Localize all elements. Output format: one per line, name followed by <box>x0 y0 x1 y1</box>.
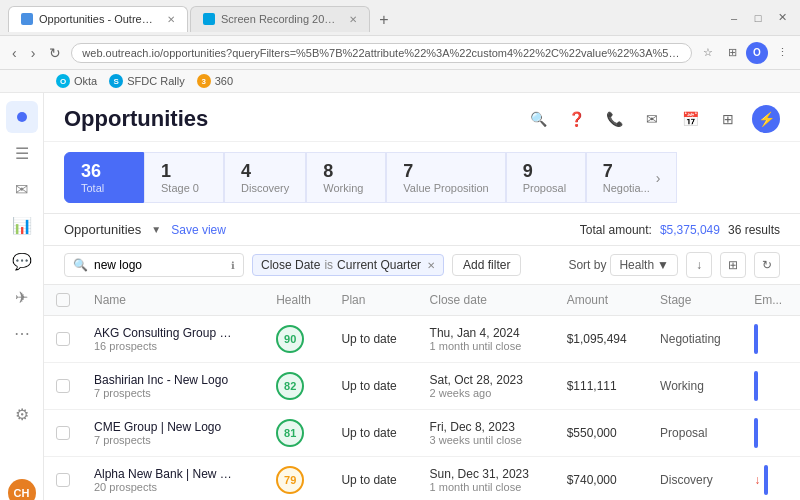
sidebar-chat[interactable]: 💬 <box>6 245 38 277</box>
row3-name-cell: CME Group | New Logo 7 prospects <box>82 410 264 457</box>
table-row: CME Group | New Logo 7 prospects 81 Up t… <box>44 410 800 457</box>
col-amount: Amount <box>555 285 648 316</box>
row3-em-cell <box>742 410 800 457</box>
settings-icon[interactable]: ⋮ <box>772 43 792 63</box>
row2-date-main: Sat, Oct 28, 2023 <box>430 373 543 387</box>
table-row: AKG Consulting Group | ... 16 prospects … <box>44 316 800 363</box>
row1-stage-cell: Negotiating <box>648 316 742 363</box>
row2-name[interactable]: Bashirian Inc - New Logo <box>94 373 234 387</box>
sidebar-mail[interactable]: ✉ <box>6 173 38 205</box>
browser-chrome: Opportunities - Outreach ✕ Screen Record… <box>0 0 800 70</box>
tab-opportunities[interactable]: Opportunities - Outreach ✕ <box>8 6 188 32</box>
back-button[interactable]: ‹ <box>8 43 21 63</box>
stage-total[interactable]: 36 Total <box>64 152 144 203</box>
row3-name[interactable]: CME Group | New Logo <box>94 420 234 434</box>
search-clear-icon[interactable]: ℹ <box>231 260 235 271</box>
forward-button[interactable]: › <box>27 43 40 63</box>
stage-total-count: 36 <box>81 161 127 182</box>
phone-icon[interactable]: 📞 <box>600 105 628 133</box>
sidebar-home[interactable] <box>6 101 38 133</box>
search-input[interactable] <box>94 258 225 272</box>
select-all-checkbox[interactable] <box>56 293 70 307</box>
view-toggle-button[interactable]: ⊞ <box>720 252 746 278</box>
row2-amount-cell: $111,111 <box>555 363 648 410</box>
sort-label: Sort by <box>568 258 606 272</box>
sort-select[interactable]: Health ▼ <box>610 254 678 276</box>
help-icon[interactable]: ❓ <box>562 105 590 133</box>
row2-stage-cell: Working <box>648 363 742 410</box>
reload-button[interactable]: ↻ <box>45 43 65 63</box>
stage-proposal[interactable]: 9 Proposal <box>506 152 586 203</box>
stage-0-label: Stage 0 <box>161 182 207 194</box>
row1-health-cell: 90 <box>264 316 329 363</box>
maximize-button[interactable]: □ <box>748 8 768 28</box>
row4-name[interactable]: Alpha New Bank | New L... <box>94 467 234 481</box>
tab-close-1[interactable]: ✕ <box>167 14 175 25</box>
row2-stage: Working <box>660 379 704 393</box>
save-view-button[interactable]: Save view <box>171 223 226 237</box>
close-button[interactable]: ✕ <box>772 8 792 28</box>
bolt-icon[interactable]: ⚡ <box>752 105 780 133</box>
sidebar-more[interactable]: ⋯ <box>6 317 38 349</box>
bookmark-sfdc[interactable]: S SFDC Rally <box>109 74 184 88</box>
chip-close-button[interactable]: ✕ <box>427 260 435 271</box>
sort-direction-button[interactable]: ↓ <box>686 252 712 278</box>
sidebar-chart[interactable]: 📊 <box>6 209 38 241</box>
sidebar-avatar[interactable]: CH <box>8 479 36 500</box>
row2-bar <box>754 371 758 401</box>
toolbar-left: Opportunities ▼ Save view <box>64 222 226 237</box>
dropdown-icon[interactable]: ▼ <box>151 224 161 235</box>
address-bar[interactable]: web.outreach.io/opportunities?queryFilte… <box>71 43 692 63</box>
sidebar-settings[interactable]: ⚙ <box>6 398 38 430</box>
tabs-container: Opportunities - Outreach ✕ Screen Record… <box>8 4 396 32</box>
row3-checkbox-cell <box>44 410 82 457</box>
add-filter-button[interactable]: Add filter <box>452 254 521 276</box>
tab-close-2[interactable]: ✕ <box>349 14 357 25</box>
stage-discovery-label: Discovery <box>241 182 289 194</box>
stage-vp-count: 7 <box>403 161 488 182</box>
bookmark-icon[interactable]: ☆ <box>698 43 718 63</box>
row4-date-main: Sun, Dec 31, 2023 <box>430 467 543 481</box>
row1-date-sub: 1 month until close <box>430 340 543 352</box>
row1-name-cell: AKG Consulting Group | ... 16 prospects <box>82 316 264 363</box>
extensions-icon[interactable]: ⊞ <box>722 43 742 63</box>
row4-stage-cell: Discovery <box>648 457 742 501</box>
search-icon[interactable]: 🔍 <box>524 105 552 133</box>
calendar-icon[interactable]: 📅 <box>676 105 704 133</box>
stage-pills: 36 Total 1 Stage 0 4 Discovery 8 Working… <box>44 142 800 214</box>
stage-value-prop[interactable]: 7 Value Proposition <box>386 152 505 203</box>
row4-down-arrow-icon: ↓ <box>754 473 760 487</box>
refresh-button[interactable]: ↻ <box>754 252 780 278</box>
scroll-right-icon[interactable]: › <box>656 170 661 186</box>
row3-health-cell: 81 <box>264 410 329 457</box>
bookmark-okta[interactable]: O Okta <box>56 74 97 88</box>
bookmark-sfdc-label: SFDC Rally <box>127 75 184 87</box>
profile-icon[interactable]: O <box>746 42 768 64</box>
row4-checkbox[interactable] <box>56 473 70 487</box>
stage-negotiating[interactable]: 7 Negotia... › <box>586 152 678 203</box>
row4-bar <box>764 465 768 495</box>
row1-name[interactable]: AKG Consulting Group | ... <box>94 326 234 340</box>
row3-prospects: 7 prospects <box>94 434 252 446</box>
stage-discovery[interactable]: 4 Discovery <box>224 152 306 203</box>
row2-checkbox[interactable] <box>56 379 70 393</box>
chip-operator: is <box>324 258 333 272</box>
row3-checkbox[interactable] <box>56 426 70 440</box>
minimize-button[interactable]: – <box>724 8 744 28</box>
stage-proposal-count: 9 <box>523 161 569 182</box>
row1-checkbox[interactable] <box>56 332 70 346</box>
grid-icon[interactable]: ⊞ <box>714 105 742 133</box>
row3-date-main: Fri, Dec 8, 2023 <box>430 420 543 434</box>
results-count: 36 results <box>728 223 780 237</box>
bookmark-360[interactable]: 3 360 <box>197 74 233 88</box>
email-icon[interactable]: ✉ <box>638 105 666 133</box>
toolbar: Opportunities ▼ Save view Total amount: … <box>44 214 800 246</box>
tab-screen-recording[interactable]: Screen Recording 2023-11-1... ✕ <box>190 6 370 32</box>
stage-stage0[interactable]: 1 Stage 0 <box>144 152 224 203</box>
stage-working[interactable]: 8 Working <box>306 152 386 203</box>
row4-date-sub: 1 month until close <box>430 481 543 493</box>
new-tab-button[interactable]: + <box>372 8 396 32</box>
sidebar-send[interactable]: ✈ <box>6 281 38 313</box>
tab-bar: Opportunities - Outreach ✕ Screen Record… <box>0 0 800 36</box>
sidebar-list[interactable]: ☰ <box>6 137 38 169</box>
